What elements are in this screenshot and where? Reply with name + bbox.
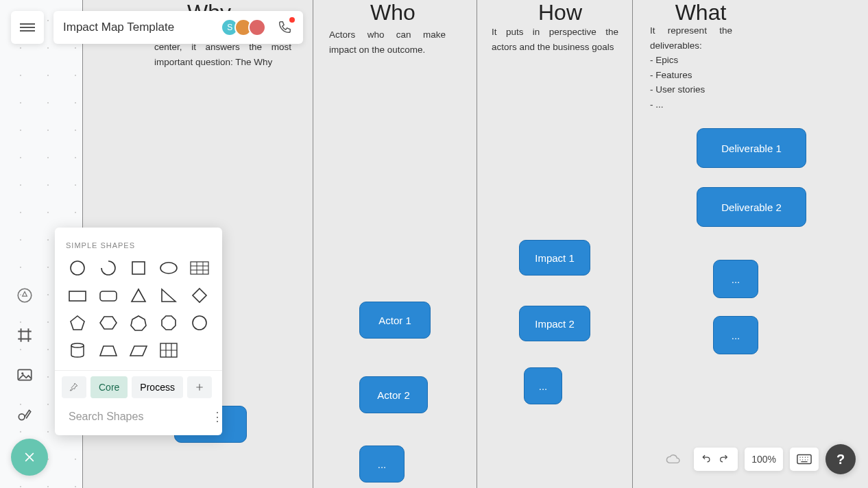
search-shapes-input[interactable] xyxy=(69,411,206,423)
svg-point-7 xyxy=(160,263,177,273)
shape-table[interactable] xyxy=(186,258,213,278)
svg-marker-11 xyxy=(132,289,145,302)
help-button[interactable]: ? xyxy=(825,444,856,474)
svg-rect-10 xyxy=(100,291,117,301)
svg-marker-15 xyxy=(100,317,117,329)
column-divider xyxy=(313,0,313,488)
svg-point-5 xyxy=(71,261,84,275)
freehand-icon xyxy=(16,406,34,424)
frame-icon xyxy=(16,326,34,344)
shape-diamond[interactable] xyxy=(186,285,213,306)
svg-point-4 xyxy=(19,414,25,420)
undo-button[interactable] xyxy=(701,454,713,465)
document-title[interactable]: Impact Map Template xyxy=(63,21,215,34)
frame-tool-button[interactable] xyxy=(14,324,36,346)
shape-pentagon[interactable] xyxy=(64,313,91,333)
menu-button[interactable] xyxy=(11,11,44,44)
shape-octagon[interactable] xyxy=(156,313,182,333)
call-button[interactable] xyxy=(276,19,293,36)
svg-marker-12 xyxy=(162,289,176,302)
freehand-tool-button[interactable] xyxy=(14,404,36,426)
svg-marker-1 xyxy=(23,292,27,297)
shape-trapezoid[interactable] xyxy=(95,340,121,361)
tab-process[interactable]: Process xyxy=(132,376,183,398)
node-actor-3[interactable]: ... xyxy=(359,446,405,483)
shape-empty xyxy=(186,340,213,361)
shape-heptagon[interactable] xyxy=(125,313,152,333)
undo-redo-controls xyxy=(694,448,738,471)
svg-rect-9 xyxy=(69,291,86,301)
column-desc-why: center, it answers the most important qu… xyxy=(154,40,291,69)
column-title-how: How xyxy=(538,0,582,25)
svg-point-18 xyxy=(193,316,206,330)
plus-icon xyxy=(195,382,204,392)
shape-arc[interactable] xyxy=(95,258,121,278)
close-icon xyxy=(23,450,36,464)
svg-marker-17 xyxy=(162,316,176,330)
cloud-sync-button[interactable] xyxy=(658,448,687,471)
shapes-icon xyxy=(16,286,34,304)
column-title-what: What xyxy=(675,0,727,25)
more-options-button[interactable]: ⋮ xyxy=(211,409,224,424)
image-tool-button[interactable] xyxy=(14,364,36,386)
shape-right-triangle[interactable] xyxy=(156,285,182,306)
shape-hexagon[interactable] xyxy=(95,313,121,333)
svg-rect-8 xyxy=(191,262,208,274)
svg-marker-13 xyxy=(193,289,206,302)
zoom-level[interactable]: 100% xyxy=(745,448,783,471)
avatar-stack[interactable]: S xyxy=(225,19,266,36)
node-impact-2[interactable]: Impact 2 xyxy=(519,306,590,341)
column-title-who: Who xyxy=(370,0,415,25)
svg-point-19 xyxy=(71,343,84,347)
cloud-icon xyxy=(665,453,680,465)
pin-icon xyxy=(69,382,80,393)
close-fab-button[interactable] xyxy=(11,439,48,476)
column-desc-what: It represent the deliverables: - Epics -… xyxy=(650,23,732,112)
shape-decagon[interactable] xyxy=(186,313,213,333)
node-deliverable-3[interactable]: ... xyxy=(713,260,758,298)
keyboard-icon xyxy=(797,454,812,465)
column-desc-how: It puts in perspective the actors and th… xyxy=(492,25,618,54)
svg-rect-6 xyxy=(132,262,145,274)
pin-tab[interactable] xyxy=(62,376,86,398)
shape-grid[interactable] xyxy=(156,340,182,361)
node-deliverable-1[interactable]: Deliverable 1 xyxy=(697,128,806,168)
svg-rect-24 xyxy=(797,455,811,464)
shapes-panel: SIMPLE SHAPES Core Process xyxy=(55,228,222,435)
shape-ellipse[interactable] xyxy=(156,258,182,278)
shape-circle[interactable] xyxy=(64,258,91,278)
column-divider xyxy=(477,0,477,488)
redo-button[interactable] xyxy=(719,454,731,465)
node-actor-1[interactable]: Actor 1 xyxy=(359,302,431,339)
shape-parallelogram[interactable] xyxy=(125,340,152,361)
node-actor-2[interactable]: Actor 2 xyxy=(359,376,428,413)
hamburger-icon xyxy=(20,21,35,34)
svg-marker-21 xyxy=(130,346,147,356)
tab-core[interactable]: Core xyxy=(91,376,128,398)
shape-square[interactable] xyxy=(125,258,152,278)
svg-marker-14 xyxy=(71,316,84,330)
svg-marker-16 xyxy=(131,316,146,330)
keyboard-button[interactable] xyxy=(790,448,819,471)
node-impact-1[interactable]: Impact 1 xyxy=(519,240,590,276)
shape-rounded-rect[interactable] xyxy=(95,285,121,306)
node-deliverable-2[interactable]: Deliverable 2 xyxy=(697,187,806,227)
node-impact-3[interactable]: ... xyxy=(524,367,562,404)
panel-heading: SIMPLE SHAPES xyxy=(55,241,222,258)
node-deliverable-4[interactable]: ... xyxy=(713,316,758,354)
phone-icon xyxy=(277,20,292,35)
shapes-tool-button[interactable] xyxy=(14,284,36,306)
column-desc-who: Actors who can make impact on the outcom… xyxy=(329,27,446,57)
column-divider xyxy=(632,0,633,488)
shape-cylinder[interactable] xyxy=(64,340,91,361)
add-tab-button[interactable] xyxy=(187,376,212,398)
shape-rectangle[interactable] xyxy=(64,285,91,306)
shape-triangle[interactable] xyxy=(125,285,152,306)
image-icon xyxy=(16,366,34,384)
title-bar: Impact Map Template S xyxy=(53,11,303,44)
avatar[interactable] xyxy=(248,19,266,36)
svg-marker-20 xyxy=(100,346,117,356)
